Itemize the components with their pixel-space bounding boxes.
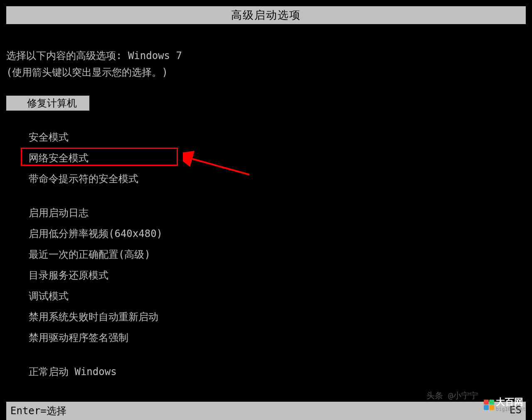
option-enable-low-res[interactable]: 启用低分辨率视频(640x480) bbox=[27, 226, 164, 241]
option-debug-mode[interactable]: 调试模式 bbox=[27, 289, 70, 304]
logo-main-text: 大百网 bbox=[496, 398, 526, 407]
option-start-normally[interactable]: 正常启动 Windows bbox=[27, 364, 118, 379]
footer-enter-label: Enter=选择 bbox=[10, 404, 66, 418]
option-group-repair: 修复计算机 bbox=[6, 96, 526, 113]
instruction-line: (使用箭头键以突出显示您的选择。) bbox=[6, 66, 526, 79]
option-group-advanced: 启用启动日志 启用低分辨率视频(640x480) 最近一次的正确配置(高级) 目… bbox=[6, 205, 526, 348]
boot-menu-content: 选择以下内容的高级选项: Windows 7 (使用箭头键以突出显示您的选择。)… bbox=[0, 24, 532, 420]
option-disable-auto-restart[interactable]: 禁用系统失败时自动重新启动 bbox=[27, 309, 160, 324]
watermark-logo: 大百网 big100.net bbox=[484, 398, 526, 412]
option-group-safe-mode: 安全模式 网络安全模式 带命令提示符的安全模式 bbox=[6, 130, 526, 189]
option-safe-mode-cmd[interactable]: 带命令提示符的安全模式 bbox=[27, 171, 140, 186]
prompt-line: 选择以下内容的高级选项: Windows 7 bbox=[6, 49, 526, 62]
footer-bar: Enter=选择 ES bbox=[6, 402, 526, 420]
option-safe-mode-network[interactable]: 网络安全模式 bbox=[27, 151, 90, 166]
option-group-normal: 正常启动 Windows bbox=[6, 364, 526, 382]
option-last-known-good[interactable]: 最近一次的正确配置(高级) bbox=[27, 247, 152, 262]
option-directory-restore[interactable]: 目录服务还原模式 bbox=[27, 268, 110, 283]
option-disable-driver-sig[interactable]: 禁用驱动程序签名强制 bbox=[27, 330, 130, 345]
logo-sub-text: big100.net bbox=[496, 407, 526, 412]
os-name: Windows 7 bbox=[128, 50, 182, 62]
title-text: 高级启动选项 bbox=[231, 9, 301, 21]
option-repair-computer[interactable]: 修复计算机 bbox=[6, 96, 89, 111]
title-bar: 高级启动选项 bbox=[6, 6, 526, 24]
logo-text: 大百网 big100.net bbox=[496, 398, 526, 412]
option-enable-boot-log[interactable]: 启用启动日志 bbox=[27, 205, 90, 220]
prompt-prefix: 选择以下内容的高级选项: bbox=[6, 50, 128, 62]
watermark-toutiao: 头条 @小宁宁 bbox=[426, 390, 478, 401]
option-safe-mode[interactable]: 安全模式 bbox=[27, 130, 70, 145]
logo-icon bbox=[484, 400, 494, 410]
